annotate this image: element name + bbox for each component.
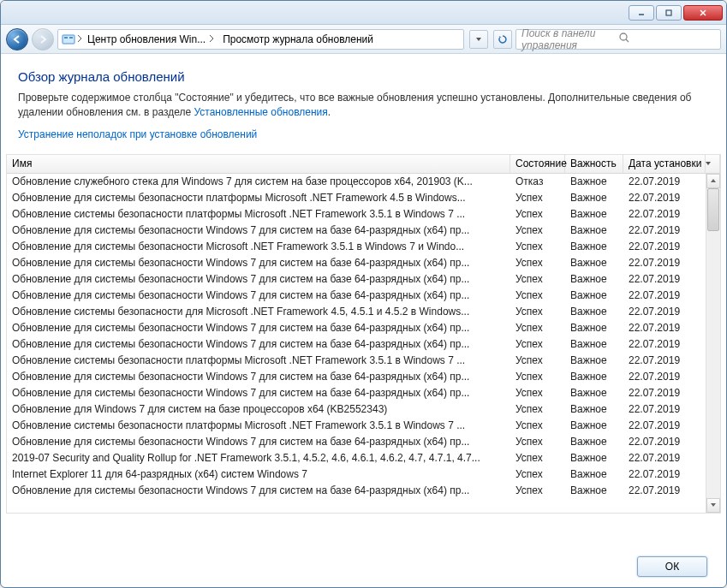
scroll-down-button[interactable] bbox=[706, 498, 720, 513]
cell-name: 2019-07 Security and Quality Rollup for … bbox=[7, 450, 510, 466]
table-row[interactable]: Обновление системы безопасности платформ… bbox=[7, 353, 720, 369]
scroll-track[interactable] bbox=[706, 188, 720, 498]
cell-importance: Важное bbox=[565, 174, 623, 190]
cell-name: Обновление для системы безопасности Wind… bbox=[7, 483, 510, 499]
breadcrumb-segment-1[interactable]: Центр обновления Win... bbox=[84, 33, 218, 45]
cell-name: Обновление для Windows 7 для систем на б… bbox=[7, 401, 510, 418]
scroll-thumb[interactable] bbox=[707, 188, 719, 231]
table-row[interactable]: Обновление для системы безопасности Wind… bbox=[7, 369, 720, 385]
cell-status: Успех bbox=[510, 255, 565, 271]
scroll-up-button[interactable] bbox=[706, 174, 720, 188]
svg-rect-5 bbox=[64, 37, 68, 39]
cell-date: 22.07.2019 bbox=[623, 483, 706, 499]
table-row[interactable]: Обновление для системы безопасности Wind… bbox=[7, 434, 720, 450]
cell-importance: Важное bbox=[565, 369, 623, 385]
cell-importance: Важное bbox=[565, 336, 623, 353]
cell-date: 22.07.2019 bbox=[623, 304, 706, 320]
table-row[interactable]: Обновление служебного стека для Windows … bbox=[7, 174, 720, 190]
table-row[interactable]: Обновление для системы безопасности Wind… bbox=[7, 255, 720, 271]
refresh-button[interactable] bbox=[493, 30, 512, 49]
cell-importance: Важное bbox=[565, 450, 623, 466]
cell-status: Успех bbox=[510, 288, 565, 304]
cell-status: Успех bbox=[510, 239, 565, 255]
svg-rect-1 bbox=[666, 10, 671, 15]
svg-line-8 bbox=[626, 39, 629, 42]
table-row[interactable]: Обновление для системы безопасности Wind… bbox=[7, 288, 720, 304]
cell-date: 22.07.2019 bbox=[623, 223, 706, 239]
cell-status: Успех bbox=[510, 271, 565, 288]
cell-name: Обновление системы безопасности платформ… bbox=[7, 353, 510, 369]
table-row[interactable]: Обновление системы безопасности платформ… bbox=[7, 206, 720, 223]
cell-importance: Важное bbox=[565, 223, 623, 239]
table-row[interactable]: Обновление для системы безопасности Wind… bbox=[7, 271, 720, 288]
cell-name: Обновление системы безопасности для Micr… bbox=[7, 304, 510, 320]
maximize-button[interactable] bbox=[656, 5, 682, 21]
cell-status: Успех bbox=[510, 434, 565, 450]
titlebar bbox=[1, 1, 726, 25]
troubleshoot-link[interactable]: Устранение неполадок при установке обнов… bbox=[18, 128, 257, 140]
table-row[interactable]: Обновление для системы безопасности Micr… bbox=[7, 239, 720, 255]
cell-importance: Важное bbox=[565, 353, 623, 369]
svg-rect-6 bbox=[69, 37, 73, 39]
table-row[interactable]: 2019-07 Security and Quality Rollup for … bbox=[7, 450, 720, 466]
cell-date: 22.07.2019 bbox=[623, 450, 706, 466]
table-row[interactable]: Обновление для системы безопасности Wind… bbox=[7, 336, 720, 353]
cell-name: Обновление служебного стека для Windows … bbox=[7, 174, 510, 190]
cell-importance: Важное bbox=[565, 434, 623, 450]
ok-button[interactable]: ОК bbox=[637, 556, 707, 577]
installed-updates-link[interactable]: Установленные обновления bbox=[194, 106, 327, 118]
cell-status: Успех bbox=[510, 483, 565, 499]
svg-point-7 bbox=[620, 33, 627, 40]
cell-importance: Важное bbox=[565, 190, 623, 206]
forward-button[interactable] bbox=[32, 28, 54, 50]
close-button[interactable] bbox=[683, 5, 723, 21]
breadcrumb-segment-2[interactable]: Просмотр журнала обновлений bbox=[219, 33, 377, 45]
column-header-name[interactable]: Имя bbox=[7, 155, 510, 173]
cell-name: Обновление системы безопасности платформ… bbox=[7, 206, 510, 223]
cell-date: 22.07.2019 bbox=[623, 288, 706, 304]
cell-date: 22.07.2019 bbox=[623, 418, 706, 434]
address-dropdown-button[interactable] bbox=[469, 30, 488, 49]
cell-status: Успех bbox=[510, 369, 565, 385]
table-row[interactable]: Обновление для системы безопасности Wind… bbox=[7, 223, 720, 239]
table-row[interactable]: Обновление для системы безопасности плат… bbox=[7, 190, 720, 206]
cell-status: Успех bbox=[510, 304, 565, 320]
table-row[interactable]: Обновление для системы безопасности Wind… bbox=[7, 385, 720, 401]
table-row[interactable]: Обновление для системы безопасности Wind… bbox=[7, 320, 720, 336]
table-row[interactable]: Internet Explorer 11 для 64-разрядных (x… bbox=[7, 466, 720, 483]
cell-importance: Важное bbox=[565, 255, 623, 271]
cell-importance: Важное bbox=[565, 320, 623, 336]
cell-status: Успех bbox=[510, 336, 565, 353]
cell-name: Обновление для системы безопасности Wind… bbox=[7, 288, 510, 304]
cell-status: Успех bbox=[510, 223, 565, 239]
cell-date: 22.07.2019 bbox=[623, 336, 706, 353]
vertical-scrollbar[interactable] bbox=[706, 174, 720, 513]
cell-importance: Важное bbox=[565, 466, 623, 483]
column-header-status[interactable]: Состояние bbox=[510, 155, 565, 173]
minimize-button[interactable] bbox=[629, 5, 654, 21]
cell-name: Обновление для системы безопасности Wind… bbox=[7, 255, 510, 271]
cell-name: Internet Explorer 11 для 64-разрядных (x… bbox=[7, 466, 510, 483]
table-row[interactable]: Обновление системы безопасности для Micr… bbox=[7, 304, 720, 320]
cell-status: Успех bbox=[510, 450, 565, 466]
cell-name: Обновление для системы безопасности Micr… bbox=[7, 239, 510, 255]
cell-name: Обновление для системы безопасности плат… bbox=[7, 190, 510, 206]
cell-date: 22.07.2019 bbox=[623, 255, 706, 271]
control-panel-icon bbox=[62, 33, 75, 46]
search-input[interactable]: Поиск в панели управления bbox=[515, 29, 721, 50]
cell-status: Успех bbox=[510, 385, 565, 401]
cell-status: Успех bbox=[510, 353, 565, 369]
column-header-importance[interactable]: Важность bbox=[565, 155, 623, 173]
update-history-list: Имя Состояние Важность Дата установки Об… bbox=[6, 154, 721, 514]
table-row[interactable]: Обновление для системы безопасности Wind… bbox=[7, 483, 720, 499]
table-row[interactable]: Обновление для Windows 7 для систем на б… bbox=[7, 401, 720, 418]
search-icon bbox=[618, 32, 715, 46]
cell-name: Обновление для системы безопасности Wind… bbox=[7, 320, 510, 336]
back-button[interactable] bbox=[6, 28, 28, 50]
breadcrumb[interactable]: Центр обновления Win... Просмотр журнала… bbox=[57, 29, 464, 50]
table-row[interactable]: Обновление системы безопасности платформ… bbox=[7, 418, 720, 434]
column-header-date[interactable]: Дата установки bbox=[623, 155, 706, 173]
cell-name: Обновление для системы безопасности Wind… bbox=[7, 369, 510, 385]
cell-status: Успех bbox=[510, 190, 565, 206]
cell-importance: Важное bbox=[565, 239, 623, 255]
